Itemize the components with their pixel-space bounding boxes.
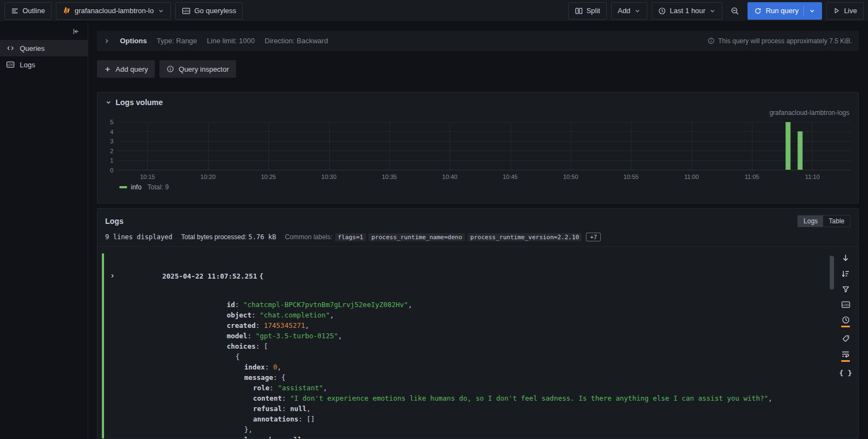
log-json-line: choices: [ (110, 341, 827, 351)
play-icon (833, 7, 840, 14)
query-inspector-label: Query inspector (179, 65, 229, 73)
options-type: Type: Range (157, 37, 197, 45)
logs-view-button[interactable]: LOG (838, 299, 853, 310)
logs-scrollbar[interactable] (830, 255, 834, 435)
gridline (118, 122, 850, 123)
chevron-right-icon[interactable] (104, 38, 110, 44)
series-label: grafanacloud-lambtron-logs (103, 109, 849, 119)
explore-main: Options Type: Range Line limit: 1000 Dir… (88, 22, 868, 439)
common-label-pill: process_runtime_version=2.2.10 (468, 233, 582, 241)
go-queryless-button[interactable]: LOG Go queryless (175, 2, 243, 20)
add-button[interactable]: Add (611, 2, 647, 20)
log-json-line: { (110, 351, 827, 362)
filter-icon (842, 285, 850, 293)
gridline (510, 122, 511, 170)
unique-labels-button[interactable] (838, 333, 853, 344)
volume-bar (798, 131, 803, 170)
split-button[interactable]: Split (568, 2, 607, 20)
sidebar-item-queries[interactable]: Queries (0, 40, 88, 56)
query-options-bar: Options Type: Range Line limit: 1000 Dir… (97, 31, 859, 51)
clock-icon (658, 7, 666, 15)
add-query-label: Add query (116, 65, 148, 73)
common-labels-label: Common labels: (285, 233, 332, 241)
y-tick-label: 0 (110, 167, 113, 174)
chevron-down-icon[interactable] (809, 8, 815, 14)
gridline (631, 122, 631, 170)
log-json-lines: id: "chatcmpl-BPCK7pvtnBm7gLrvj52eeIyZ08… (110, 299, 827, 438)
query-inspector-button[interactable]: Query inspector (159, 60, 236, 78)
log-json-line: message: { (110, 372, 827, 383)
log-rows-container: 2025-04-22 11:07:52.251 { id: "chatcmpl-… (97, 247, 858, 438)
legend-total: Total: 9 (147, 183, 169, 191)
collapse-panel-chevron-icon[interactable] (105, 99, 112, 106)
explore-toolbar: Outline grafanacloud-lambtron-lo (0, 0, 868, 22)
options-line-limit: Line limit: 1000 (207, 37, 255, 45)
sidebar-item-label: Logs (20, 61, 35, 69)
zoom-out-button[interactable] (727, 2, 743, 20)
wrap-lines-button[interactable] (838, 349, 853, 363)
run-query-button[interactable]: Run query (748, 2, 822, 20)
gridline (752, 122, 752, 170)
options-title[interactable]: Options (120, 37, 147, 45)
add-query-button[interactable]: Add query (97, 60, 155, 78)
log-json-line: logprobs: null, (110, 435, 827, 438)
x-tick-label: 10:20 (200, 174, 216, 180)
log-json-line: refusal: null, (110, 403, 827, 414)
gridline (389, 122, 390, 170)
y-tick-label: 2 (110, 148, 113, 154)
time-range-picker[interactable]: Last 1 hour (652, 2, 722, 20)
more-labels-chip[interactable]: +7 (586, 233, 601, 241)
sidebar-item-logs[interactable]: LOG Logs (0, 56, 88, 73)
expand-row-chevron-icon[interactable] (110, 252, 159, 299)
x-tick-label: 11:00 (684, 174, 699, 180)
plus-icon (104, 66, 111, 73)
toggle-table-option[interactable]: Table (823, 216, 850, 227)
collapse-sidebar-icon[interactable] (72, 27, 80, 36)
gridline (812, 122, 813, 170)
options-direction: Direction: Backward (265, 37, 328, 45)
datasource-picker[interactable]: grafanacloud-lambtron-lo (56, 2, 171, 20)
gridline (329, 122, 330, 170)
scrollbar-thumb[interactable] (830, 256, 834, 290)
prettify-json-button[interactable]: { } (838, 368, 853, 378)
outline-button[interactable]: Outline (4, 2, 51, 20)
live-button[interactable]: Live (826, 2, 864, 20)
x-tick-label: 11:10 (805, 174, 820, 180)
filter-button[interactable] (838, 284, 853, 294)
y-tick-label: 5 (110, 119, 113, 125)
log-row[interactable]: 2025-04-22 11:07:52.251 { id: "chatcmpl-… (102, 252, 827, 438)
show-timestamps-button[interactable] (838, 315, 853, 328)
logs-volume-title: Logs volume (116, 98, 163, 107)
toggle-logs-option[interactable]: Logs (798, 216, 823, 227)
logs-meta-row: 9 lines displayed Total bytes processed:… (97, 232, 858, 247)
svg-text:LOG: LOG (842, 303, 849, 307)
scroll-to-bottom-button[interactable] (838, 252, 853, 263)
gridline (450, 122, 450, 170)
gridline (147, 122, 148, 170)
log-json-line: object: "chat.completion", (110, 310, 827, 320)
log-json-line: content: "I don't experience emotions li… (110, 393, 827, 403)
legend-item-info[interactable]: info Total: 9 (103, 182, 850, 191)
x-tick-label: 10:45 (503, 174, 518, 180)
y-tick-label: 1 (110, 157, 113, 164)
info-icon (708, 37, 715, 44)
y-tick-label: 3 (110, 138, 113, 145)
go-queryless-label: Go queryless (194, 7, 237, 15)
logs-icon: LOG (841, 301, 850, 309)
bytes-processed-label: Total bytes processed: (181, 233, 246, 241)
common-labels-list: flags=1process_runtime_name=denoprocess_… (335, 233, 582, 241)
log-json-line: role: "assistant", (110, 383, 827, 393)
x-tick-label: 10:40 (442, 174, 458, 180)
time-range-label: Last 1 hour (670, 7, 705, 15)
outline-icon (11, 7, 19, 15)
add-label: Add (618, 7, 630, 15)
wrap-lines-icon (841, 350, 850, 359)
log-json-line: created: 1745345271, (110, 320, 827, 331)
sort-order-button[interactable] (838, 268, 853, 279)
x-tick-label: 10:15 (140, 174, 156, 180)
log-json-line: model: "gpt-3.5-turbo-0125", (110, 331, 827, 341)
legend-series-name: info (131, 183, 141, 191)
logs-icon: LOG (6, 61, 15, 68)
log-json-line: id: "chatcmpl-BPCK7pvtnBm7gLrvj52eeIyZ08… (110, 299, 827, 310)
common-label-pill: flags=1 (335, 233, 366, 241)
